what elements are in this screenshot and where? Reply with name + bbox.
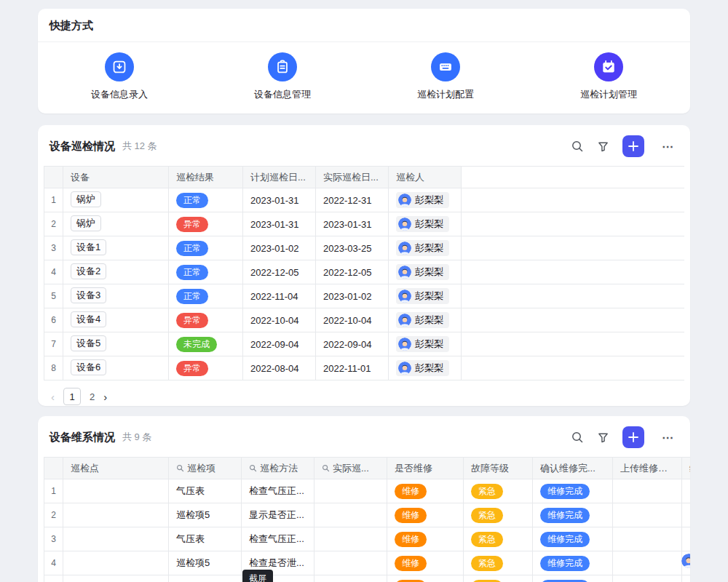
point-cell[interactable]	[63, 503, 169, 527]
pagination-page-2[interactable]: 2	[90, 391, 95, 402]
column-header-level[interactable]: 故障等级	[464, 458, 533, 479]
cutoff-cell[interactable]	[682, 527, 691, 551]
actual-date-cell[interactable]: 2022-12-31	[316, 188, 389, 212]
inspector-cell[interactable]: 彭梨梨	[389, 308, 462, 332]
device-cell[interactable]: 设备4	[63, 308, 169, 332]
method-cell[interactable]: 检查气压正...	[242, 527, 314, 551]
upload-cell[interactable]	[613, 575, 682, 582]
inspector-cell[interactable]: 彭梨梨	[389, 212, 462, 236]
pagination-next[interactable]: ›	[103, 391, 107, 403]
level-cell[interactable]: 紧急	[464, 551, 533, 575]
result-cell[interactable]: 未完成	[169, 332, 243, 356]
result-cell[interactable]: 正常	[169, 260, 243, 284]
row-number[interactable]: 1	[44, 188, 63, 212]
inspector-cell[interactable]: 彭梨梨	[389, 356, 462, 380]
point-cell[interactable]	[63, 527, 169, 551]
shortcut-plan-config[interactable]: 巡检计划配置	[364, 52, 527, 101]
repair-cell[interactable]: 维修	[387, 479, 464, 503]
column-header-inspector[interactable]: 巡检人	[389, 167, 462, 188]
actual-cell[interactable]	[314, 503, 387, 527]
more-button[interactable]: ⋯	[657, 139, 678, 154]
point-cell[interactable]	[63, 575, 169, 582]
confirm-cell[interactable]: 维修完成	[533, 551, 613, 575]
inspector-cell[interactable]: 彭梨梨	[389, 188, 462, 212]
column-header-upload[interactable]: 上传维修结...	[613, 458, 682, 479]
upload-cell[interactable]	[613, 479, 682, 503]
row-number[interactable]: 7	[44, 332, 63, 356]
item-cell[interactable]: 巡检项5	[169, 503, 242, 527]
device-cell[interactable]: 设备6	[63, 356, 169, 380]
device-cell[interactable]: 设备1	[63, 236, 169, 260]
row-number[interactable]: 3	[44, 527, 63, 551]
row-number[interactable]: 4	[44, 551, 63, 575]
actual-date-cell[interactable]: 2022-12-05	[316, 260, 389, 284]
row-number[interactable]: 8	[44, 356, 63, 380]
device-cell[interactable]: 锅炉	[63, 188, 169, 212]
item-cell[interactable]: 气压表	[169, 479, 242, 503]
confirm-cell[interactable]: 维修完成	[533, 503, 613, 527]
plan-date-cell[interactable]: 2023-01-31	[243, 212, 316, 236]
row-number[interactable]: 2	[44, 503, 63, 527]
search-button[interactable]	[571, 140, 584, 153]
point-cell[interactable]	[63, 551, 169, 575]
item-cell[interactable]: 巡检项5	[169, 551, 242, 575]
row-number-header[interactable]	[44, 167, 63, 188]
cutoff-cell[interactable]	[682, 503, 691, 527]
level-cell[interactable]: 紧急	[464, 527, 533, 551]
method-cell[interactable]: 显示是否正...	[242, 503, 314, 527]
column-header-plan-date[interactable]: 计划巡检日...	[243, 167, 316, 188]
column-header-actual[interactable]: 实际巡...	[314, 458, 387, 479]
plan-date-cell[interactable]: 2022-12-05	[243, 260, 316, 284]
add-record-button[interactable]	[622, 135, 644, 157]
actual-cell[interactable]	[314, 551, 387, 575]
plan-date-cell[interactable]: 2023-01-31	[243, 188, 316, 212]
row-number[interactable]: 4	[44, 260, 63, 284]
column-header-result[interactable]: 巡检结果	[169, 167, 243, 188]
repair-cell[interactable]: 维修	[387, 503, 464, 527]
plan-date-cell[interactable]: 2023-01-02	[243, 236, 316, 260]
row-number[interactable]: 5	[44, 284, 63, 308]
result-cell[interactable]: 异常	[169, 308, 243, 332]
repair-cell[interactable]: 维修	[387, 527, 464, 551]
result-cell[interactable]: 正常	[169, 188, 243, 212]
device-cell[interactable]: 设备3	[63, 284, 169, 308]
row-number[interactable]: 3	[44, 236, 63, 260]
item-cell[interactable]: 巡检项5	[169, 575, 242, 582]
actual-cell[interactable]	[314, 527, 387, 551]
device-cell[interactable]: 设备5	[63, 332, 169, 356]
cutoff-cell[interactable]	[682, 575, 691, 582]
device-cell[interactable]: 设备2	[63, 260, 169, 284]
level-cell[interactable]: 紧急	[464, 503, 533, 527]
actual-date-cell[interactable]: 2023-01-02	[316, 284, 389, 308]
plan-date-cell[interactable]: 2022-08-04	[243, 356, 316, 380]
add-record-button[interactable]	[622, 426, 644, 448]
inspector-cell[interactable]: 彭梨梨	[389, 332, 462, 356]
device-cell[interactable]: 锅炉	[63, 212, 169, 236]
column-header-item[interactable]: 巡检项	[169, 458, 242, 479]
column-header-cutoff[interactable]: 维	[682, 458, 691, 479]
confirm-cell[interactable]: 维修完成	[533, 527, 613, 551]
actual-cell[interactable]	[314, 575, 387, 582]
result-cell[interactable]: 正常	[169, 236, 243, 260]
actual-date-cell[interactable]: 2023-01-31	[316, 212, 389, 236]
upload-cell[interactable]	[613, 551, 682, 575]
method-cell[interactable]: 检查气压正...	[242, 479, 314, 503]
cutoff-cell[interactable]	[682, 479, 691, 503]
level-cell[interactable]: 紧急	[464, 479, 533, 503]
pagination-page-1[interactable]: 1	[63, 388, 81, 405]
actual-date-cell[interactable]: 2023-03-25	[316, 236, 389, 260]
inspector-cell[interactable]: 彭梨梨	[389, 260, 462, 284]
more-button[interactable]: ⋯	[657, 430, 678, 445]
filter-button[interactable]	[597, 140, 609, 153]
item-cell[interactable]: 气压表	[169, 527, 242, 551]
result-cell[interactable]: 正常	[169, 284, 243, 308]
row-number-header[interactable]	[44, 458, 63, 479]
row-number[interactable]: 2	[44, 212, 63, 236]
column-header-point[interactable]: 巡检点	[63, 458, 169, 479]
plan-date-cell[interactable]: 2022-10-04	[243, 308, 316, 332]
row-number[interactable]: 5	[44, 575, 63, 582]
plan-date-cell[interactable]: 2022-09-04	[243, 332, 316, 356]
shortcut-device-entry[interactable]: 设备信息录入	[38, 52, 201, 101]
point-cell[interactable]	[63, 479, 169, 503]
actual-cell[interactable]	[314, 479, 387, 503]
